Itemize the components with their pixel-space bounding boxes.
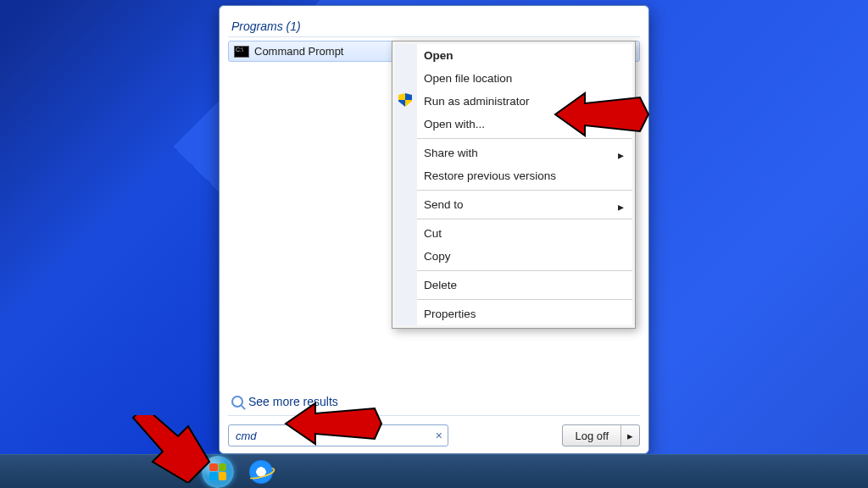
log-off-options-button[interactable]: ▸: [620, 425, 639, 446]
chevron-right-icon: ▸: [618, 200, 624, 214]
menu-delete[interactable]: Delete: [417, 274, 632, 297]
menu-cut[interactable]: Cut: [417, 222, 632, 245]
menu-send-to[interactable]: Send to ▸: [417, 193, 632, 216]
menu-separator: [417, 138, 632, 139]
menu-restore-previous[interactable]: Restore previous versions: [417, 164, 632, 187]
log-off-label: Log off: [563, 430, 620, 442]
see-more-label: See more results: [248, 395, 338, 408]
programs-header: Programs (1): [228, 14, 640, 37]
menu-properties[interactable]: Properties: [417, 302, 632, 325]
menu-open-with[interactable]: Open with...: [417, 113, 632, 136]
chevron-right-icon: ▸: [618, 148, 624, 162]
cmd-icon: [234, 46, 249, 58]
clear-search-icon[interactable]: ×: [436, 429, 442, 442]
menu-run-as-administrator[interactable]: Run as administrator: [417, 90, 632, 113]
log-off-button[interactable]: Log off ▸: [562, 424, 640, 446]
menu-share-label: Share with: [424, 147, 478, 159]
menu-separator: [417, 219, 632, 219]
internet-explorer-button[interactable]: [249, 460, 273, 484]
see-more-results[interactable]: See more results: [228, 388, 640, 415]
search-value: cmd: [236, 430, 257, 442]
menu-send-to-label: Send to: [424, 198, 464, 211]
menu-copy[interactable]: Copy: [417, 245, 632, 268]
shield-icon: [398, 93, 412, 107]
menu-open[interactable]: Open: [417, 44, 632, 67]
taskbar: [0, 454, 868, 488]
search-icon: [231, 396, 243, 408]
result-label: Command Prompt: [254, 45, 343, 58]
menu-separator: [417, 190, 632, 191]
menu-separator: [417, 299, 632, 300]
chevron-right-icon: ▸: [627, 430, 633, 442]
menu-run-admin-label: Run as administrator: [424, 95, 530, 108]
menu-open-file-location[interactable]: Open file location: [417, 67, 632, 90]
menu-share-with[interactable]: Share with ▸: [417, 141, 632, 164]
search-input[interactable]: cmd ×: [228, 424, 448, 446]
menu-separator: [417, 270, 632, 271]
context-menu: Open Open file location Run as administr…: [392, 41, 636, 329]
start-button[interactable]: [202, 456, 234, 488]
